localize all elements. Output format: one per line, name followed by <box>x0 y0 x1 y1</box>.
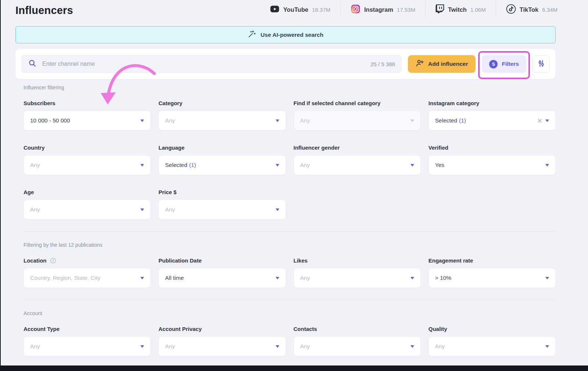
filter-quality: QualityAny <box>429 326 556 356</box>
select-value: Any <box>165 206 175 213</box>
chevron-down-icon <box>545 119 549 122</box>
filter-label: Account Type <box>24 326 151 332</box>
chevron-down-icon <box>276 119 279 122</box>
subscribers-select[interactable]: 10 000 - 50 000 <box>24 111 151 131</box>
channel-search-input[interactable] <box>42 60 366 68</box>
help-icon[interactable]: ? <box>50 257 56 264</box>
svg-text:?: ? <box>52 258 54 263</box>
header: Influencers YouTube 18.37M Instagram 17.… <box>1 0 588 19</box>
price-select[interactable]: Any <box>158 200 286 220</box>
chevron-down-icon <box>276 345 279 348</box>
tab-tiktok[interactable]: TikTok 6.34M <box>496 0 567 19</box>
language-select[interactable]: Selected(1) <box>158 155 286 175</box>
filter-engagement-rate: Engagement rate> 10% <box>429 257 556 288</box>
select-value: Any <box>30 206 40 213</box>
filter-country: CountryAny <box>24 145 151 175</box>
filter-publication-date: Publication DateAll time <box>158 257 286 288</box>
filter-label-text: Location <box>24 257 47 264</box>
engagement-rate-select[interactable]: > 10% <box>429 268 556 288</box>
filter-price: Price $Any <box>158 189 286 220</box>
tiktok-icon <box>506 4 516 15</box>
search-field[interactable]: 25 / 5 388 <box>21 55 402 73</box>
filter-label: Instagram category <box>429 100 556 106</box>
magic-wand-icon <box>248 30 256 40</box>
filter-sections-root: Influencer filteringSubscribers10 000 - … <box>24 85 556 356</box>
contacts-select[interactable]: Any <box>294 336 421 356</box>
location-select[interactable]: Country, Region, State, City <box>24 268 151 288</box>
filter-label: Engagement rate <box>429 257 556 264</box>
filters-button[interactable]: 5 Filters <box>482 55 526 73</box>
main-content: Use AI-powered search 25 / 5 388 Add inf… <box>1 26 588 356</box>
section-title: Influencer filtering <box>24 85 556 90</box>
ai-search-banner[interactable]: Use AI-powered search <box>15 26 556 43</box>
tab-instagram[interactable]: Instagram 17.53M <box>341 0 425 19</box>
section-title: Account <box>24 310 556 316</box>
chevron-down-icon <box>276 277 279 279</box>
filter-instagram-category: Instagram categorySelected(1) <box>429 100 556 131</box>
filter-label-text: Likes <box>294 257 308 264</box>
age-select[interactable]: Any <box>24 200 151 220</box>
quality-select[interactable]: Any <box>429 336 556 356</box>
selected-count: (1) <box>459 117 466 124</box>
filter-label: Influencer gender <box>294 145 421 151</box>
country-select[interactable]: Any <box>24 155 151 175</box>
publication-date-select[interactable]: All time <box>158 268 286 288</box>
select-value: Any <box>300 343 310 350</box>
filter-grid: Location?Country, Region, State, CityPub… <box>24 257 556 288</box>
tab-youtube[interactable]: YouTube 18.37M <box>260 0 340 19</box>
results-counter: 25 / 5 388 <box>370 61 395 67</box>
filter-label: Quality <box>429 326 556 332</box>
filter-label: Verified <box>429 145 556 151</box>
section-divider <box>24 300 556 300</box>
filter-section-influencer-filtering: Influencer filteringSubscribers10 000 - … <box>24 85 556 220</box>
selected-count: (1) <box>189 162 196 168</box>
twitch-icon <box>435 4 444 15</box>
filter-category: CategoryAny <box>158 100 286 131</box>
filter-language: LanguageSelected(1) <box>158 145 286 175</box>
advanced-filters-button[interactable] <box>533 56 550 73</box>
chevron-down-icon <box>276 208 279 211</box>
filter-label: Age <box>24 189 151 195</box>
chevron-down-icon <box>410 164 414 167</box>
clear-selection-icon[interactable] <box>537 118 542 123</box>
filter-label-text: Find if selected channel category <box>294 100 381 106</box>
section-title: Filtering by the last 12 publications <box>24 242 556 248</box>
filter-subscribers: Subscribers10 000 - 50 000 <box>24 100 151 131</box>
influencer-gender-select[interactable]: Any <box>294 155 421 175</box>
tab-count: 1.06M <box>470 7 486 13</box>
section-divider <box>24 231 556 232</box>
filter-location: Location?Country, Region, State, City <box>24 257 151 288</box>
filter-label: Price $ <box>158 189 286 195</box>
filter-label-text: Account Privacy <box>158 326 202 332</box>
filter-likes: LikesAny <box>294 257 421 288</box>
account-privacy-select[interactable]: Any <box>158 336 286 356</box>
filters-label: Filters <box>502 61 519 67</box>
filter-section-account: AccountAccount TypeAnyAccount PrivacyAny… <box>24 310 556 356</box>
instagram-icon <box>351 4 361 15</box>
instagram-category-select[interactable]: Selected(1) <box>429 111 556 131</box>
filters-count-badge: 5 <box>489 60 498 68</box>
filters-panel: Influencer filteringSubscribers10 000 - … <box>15 85 556 356</box>
account-type-select[interactable]: Any <box>24 336 151 356</box>
select-value: Any <box>300 162 310 168</box>
chevron-down-icon <box>545 345 549 348</box>
tab-label: Instagram <box>364 6 393 13</box>
filter-label: Country <box>24 145 151 151</box>
verified-select[interactable]: Yes <box>429 155 556 175</box>
category-select[interactable]: Any <box>158 111 286 131</box>
tab-twitch[interactable]: Twitch 1.06M <box>426 0 496 19</box>
filter-label-text: Quality <box>429 326 447 332</box>
chevron-down-icon <box>545 164 549 167</box>
filter-label-text: Price $ <box>158 189 176 195</box>
add-influencer-button[interactable]: Add influencer <box>408 55 476 73</box>
select-value: Any <box>435 343 445 350</box>
filter-verified: VerifiedYes <box>429 145 556 175</box>
tab-count: 18.37M <box>312 7 330 13</box>
likes-select[interactable]: Any <box>294 268 421 288</box>
filter-grid: Account TypeAnyAccount PrivacyAnyContact… <box>24 326 556 356</box>
select-value: Any <box>165 117 175 124</box>
select-value: Country, Region, State, City <box>30 275 100 281</box>
youtube-icon <box>270 4 280 15</box>
influencers-page: Influencers YouTube 18.37M Instagram 17.… <box>0 0 588 371</box>
find-if-selected-channel-category-select: Any <box>294 111 421 131</box>
